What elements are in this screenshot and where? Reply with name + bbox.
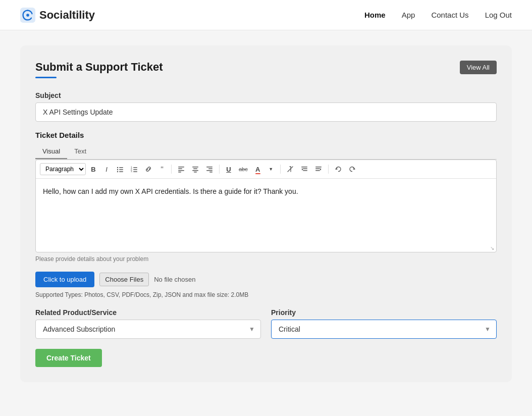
toolbar-sep-3	[280, 165, 281, 174]
svg-rect-3	[119, 167, 123, 168]
bullet-list-button[interactable]	[114, 164, 126, 174]
svg-point-6	[117, 171, 118, 172]
svg-rect-20	[192, 170, 198, 171]
nav-contact-us[interactable]: Contact Us	[431, 11, 468, 19]
tab-visual[interactable]: Visual	[35, 144, 67, 159]
nav-logout[interactable]: Log Out	[485, 11, 512, 19]
paragraph-select[interactable]: Paragraph	[40, 163, 86, 175]
card-title: Submit a Support Ticket	[35, 61, 163, 74]
support-ticket-card: Submit a Support Ticket View All Subject…	[20, 45, 512, 382]
logo: Socialtility	[20, 8, 95, 23]
svg-rect-24	[206, 170, 212, 171]
nav-app[interactable]: App	[402, 11, 415, 19]
editor-tabs: Visual Text	[35, 144, 497, 160]
resize-icon: ↘	[490, 245, 494, 251]
font-color-button[interactable]: A	[252, 164, 263, 175]
upload-row: Click to upload Choose Files No file cho…	[35, 272, 497, 287]
editor-container: Paragraph B I 1.2.3. "	[35, 160, 497, 252]
svg-rect-28	[303, 170, 307, 171]
redo-button[interactable]	[346, 164, 358, 174]
svg-rect-29	[315, 167, 322, 168]
svg-rect-5	[119, 169, 123, 170]
ticket-details-group: Ticket Details Visual Text Paragraph B I	[35, 131, 497, 263]
svg-rect-11	[133, 169, 137, 170]
editor-content[interactable]: Hello, how can I add my own X API creden…	[36, 179, 496, 244]
outdent-button[interactable]	[312, 164, 325, 174]
align-center-button[interactable]	[189, 164, 201, 174]
logo-text: Socialtility	[39, 9, 95, 22]
click-to-upload-button[interactable]: Click to upload	[35, 272, 94, 287]
priority-select-wrapper: Low Medium High Critical ▼	[271, 320, 497, 339]
font-color-dropdown[interactable]: ▼	[265, 165, 277, 173]
ordered-list-button[interactable]: 1.2.3.	[128, 164, 140, 174]
nav-home[interactable]: Home	[364, 11, 386, 19]
undo-button[interactable]	[332, 164, 344, 174]
editor-resize-handle: ↘	[36, 244, 496, 252]
svg-rect-30	[315, 169, 320, 170]
editor-toolbar: Paragraph B I 1.2.3. "	[36, 160, 496, 179]
svg-rect-14	[178, 167, 184, 168]
view-all-button[interactable]: View All	[460, 61, 497, 74]
create-ticket-button[interactable]: Create Ticket	[35, 349, 102, 367]
related-product-select-wrapper: Advanced Subscription Basic Subscription…	[35, 320, 261, 339]
bold-button[interactable]: B	[88, 164, 99, 175]
svg-rect-26	[301, 167, 307, 168]
svg-rect-25	[209, 172, 212, 173]
subject-label: Subject	[35, 91, 497, 99]
underline-button[interactable]: U	[223, 164, 234, 175]
toolbar-sep-4	[328, 165, 329, 174]
svg-rect-22	[206, 167, 212, 168]
link-button[interactable]	[142, 164, 154, 174]
related-product-select[interactable]: Advanced Subscription Basic Subscription…	[35, 320, 261, 339]
svg-text:3.: 3.	[131, 170, 133, 173]
nav-links: Home App Contact Us Log Out	[364, 11, 512, 19]
priority-label: Priority	[271, 308, 497, 317]
card-title-group: Submit a Support Ticket	[35, 61, 163, 88]
quote-button[interactable]: "	[156, 164, 168, 175]
svg-rect-17	[178, 172, 181, 173]
svg-rect-13	[133, 171, 137, 172]
page-wrapper: Submit a Support Ticket View All Subject…	[0, 30, 532, 397]
navbar: Socialtility Home App Contact Us Log Out	[0, 0, 532, 30]
subject-group: Subject	[35, 91, 497, 122]
clear-format-button[interactable]	[284, 164, 296, 174]
card-header: Submit a Support Ticket View All	[35, 61, 497, 88]
ticket-details-label: Ticket Details	[35, 131, 497, 139]
editor-hint: Please provide details about your proble…	[35, 255, 497, 263]
align-right-button[interactable]	[203, 164, 216, 174]
supported-types-text: Supported Types: Photos, CSV, PDF/Docs, …	[35, 291, 497, 298]
svg-rect-23	[208, 169, 212, 170]
priority-select[interactable]: Low Medium High Critical	[271, 320, 497, 339]
italic-button[interactable]: I	[101, 164, 112, 175]
svg-rect-7	[119, 171, 123, 172]
toolbar-sep-1	[171, 165, 172, 174]
svg-rect-27	[303, 169, 307, 170]
align-left-button[interactable]	[175, 164, 187, 174]
svg-rect-9	[133, 167, 137, 168]
svg-point-4	[117, 169, 118, 170]
svg-rect-31	[315, 170, 320, 171]
title-underline	[35, 77, 57, 78]
bottom-row: Related Product/Service Advanced Subscri…	[35, 308, 497, 339]
related-product-label: Related Product/Service	[35, 308, 261, 317]
toolbar-sep-2	[219, 165, 220, 174]
svg-rect-16	[178, 170, 184, 171]
no-file-text: No file chosen	[154, 276, 195, 283]
svg-point-1	[26, 14, 29, 17]
svg-rect-18	[192, 167, 198, 168]
svg-rect-19	[193, 169, 197, 170]
indent-button[interactable]	[298, 164, 310, 174]
related-product-field: Related Product/Service Advanced Subscri…	[35, 308, 261, 339]
svg-rect-21	[194, 172, 197, 173]
strikethrough-button[interactable]: abc	[236, 165, 250, 174]
priority-field: Priority Low Medium High Critical ▼	[271, 308, 497, 339]
svg-point-2	[117, 167, 118, 168]
tab-text[interactable]: Text	[67, 144, 93, 159]
svg-rect-15	[178, 169, 182, 170]
choose-files-button[interactable]: Choose Files	[99, 273, 149, 286]
subject-input[interactable]	[35, 102, 497, 122]
logo-icon	[20, 8, 35, 23]
